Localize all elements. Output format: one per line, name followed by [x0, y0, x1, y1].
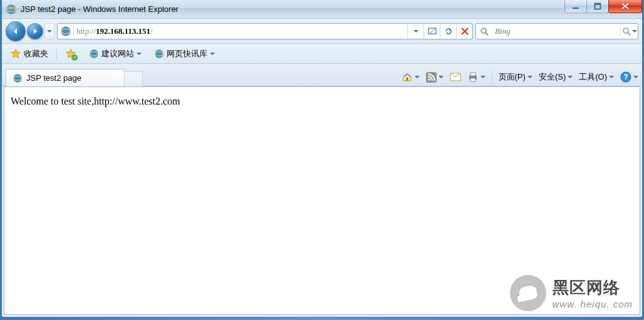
- recent-pages-dropdown[interactable]: [44, 23, 55, 39]
- svg-line-9: [486, 33, 488, 35]
- back-button[interactable]: [6, 21, 26, 41]
- address-dropdown[interactable]: [407, 24, 423, 39]
- search-input[interactable]: [492, 26, 620, 36]
- url-input[interactable]: http://192.168.113.151/: [74, 26, 407, 36]
- separator: [492, 71, 492, 83]
- mail-icon: [450, 73, 461, 81]
- chevron-down-icon: [137, 53, 142, 55]
- url-protocol: http://: [76, 26, 96, 36]
- ie-logo-icon: [13, 73, 23, 83]
- ie-window: JSP test2 page - Windows Internet Explor…: [1, 0, 643, 317]
- safety-menu-label: 安全(S): [539, 71, 566, 83]
- url-path: /: [150, 26, 153, 36]
- svg-point-10: [623, 28, 628, 33]
- tools-menu[interactable]: 工具(O): [579, 71, 614, 83]
- svg-point-12: [90, 49, 98, 58]
- window-title: JSP test2 page - Windows Internet Explor…: [21, 4, 179, 14]
- chevron-down-icon: [415, 76, 420, 78]
- svg-point-5: [61, 26, 70, 36]
- feeds-button[interactable]: [426, 72, 444, 83]
- url-host: 192.168.113.151: [96, 26, 150, 36]
- tools-menu-label: 工具(O): [579, 71, 607, 83]
- chevron-down-icon: [480, 76, 486, 78]
- page-body-text: Welcome to test site,http://www.test2.co…: [11, 96, 180, 106]
- webslice-icon: [154, 49, 164, 59]
- svg-rect-23: [470, 73, 475, 76]
- chevron-down-icon: [439, 76, 444, 78]
- star-icon: [10, 48, 21, 59]
- chevron-down-icon: [210, 53, 215, 55]
- svg-line-11: [628, 33, 630, 35]
- chevron-down-icon: [633, 76, 638, 78]
- add-to-favorites-bar[interactable]: +: [61, 46, 81, 62]
- favorites-bar: 收藏夹 + 建议网站 网页快讯库: [2, 44, 642, 64]
- chevron-down-icon: [609, 76, 614, 78]
- search-provider-icon[interactable]: [476, 27, 492, 36]
- search-go-button[interactable]: [620, 27, 638, 36]
- web-slice-label: 网页快讯库: [167, 48, 207, 59]
- star-add-icon: +: [65, 48, 76, 59]
- watermark: 黑区网络 www. heiqu. com: [510, 275, 633, 311]
- stop-button[interactable]: [456, 24, 472, 39]
- printer-icon: [467, 71, 479, 83]
- page-icon: [58, 26, 74, 37]
- svg-rect-24: [470, 78, 475, 81]
- watermark-line2: www. heiqu. com: [553, 299, 633, 309]
- ie-logo-icon: [89, 49, 99, 59]
- command-bar: 页面(P) 安全(S) 工具(O) ?: [402, 71, 638, 86]
- help-button[interactable]: ?: [620, 71, 638, 83]
- home-icon: [402, 71, 413, 83]
- titlebar: JSP test2 page - Windows Internet Explor…: [2, 0, 642, 19]
- print-button[interactable]: [467, 71, 486, 83]
- separator: [56, 48, 57, 60]
- svg-text:?: ?: [623, 73, 628, 81]
- watermark-line1: 黑区网络: [553, 277, 633, 299]
- web-slice-gallery[interactable]: 网页快讯库: [150, 46, 219, 62]
- address-bar[interactable]: http://192.168.113.151/: [57, 23, 473, 39]
- minimize-button[interactable]: [564, 0, 587, 13]
- svg-point-16: [13, 74, 21, 82]
- navigation-bar: http://192.168.113.151/: [2, 19, 642, 44]
- ie-logo-icon: [6, 4, 17, 15]
- page-menu-label: 页面(P): [499, 71, 526, 83]
- refresh-button[interactable]: [440, 24, 456, 39]
- suggested-sites-label: 建议网站: [101, 48, 134, 59]
- svg-rect-18: [406, 78, 408, 81]
- close-button[interactable]: [608, 0, 642, 13]
- svg-point-20: [428, 78, 430, 80]
- new-tab-button[interactable]: [124, 71, 143, 86]
- page-menu[interactable]: 页面(P): [499, 71, 532, 83]
- read-mail-button[interactable]: [450, 73, 461, 81]
- svg-point-8: [481, 28, 486, 33]
- search-bar[interactable]: [475, 23, 638, 39]
- help-icon: ?: [620, 71, 631, 83]
- safety-menu[interactable]: 安全(S): [539, 71, 573, 83]
- watermark-logo-icon: [510, 275, 546, 311]
- chevron-down-icon: [527, 76, 532, 78]
- forward-button[interactable]: [27, 23, 43, 39]
- tab-title: JSP test2 page: [26, 73, 81, 83]
- home-button[interactable]: [402, 71, 420, 83]
- svg-point-14: [155, 49, 163, 58]
- svg-rect-2: [573, 8, 579, 9]
- chevron-down-icon: [568, 76, 573, 78]
- favorites-button[interactable]: 收藏夹: [6, 46, 53, 62]
- suggested-sites[interactable]: 建议网站: [85, 46, 146, 62]
- rss-icon: [426, 72, 437, 83]
- tab-active[interactable]: JSP test2 page: [6, 69, 125, 86]
- maximize-button[interactable]: [586, 0, 609, 13]
- compatibility-view-icon[interactable]: [423, 24, 440, 39]
- tab-bar: JSP test2 page: [2, 64, 642, 86]
- favorites-label: 收藏夹: [24, 48, 48, 59]
